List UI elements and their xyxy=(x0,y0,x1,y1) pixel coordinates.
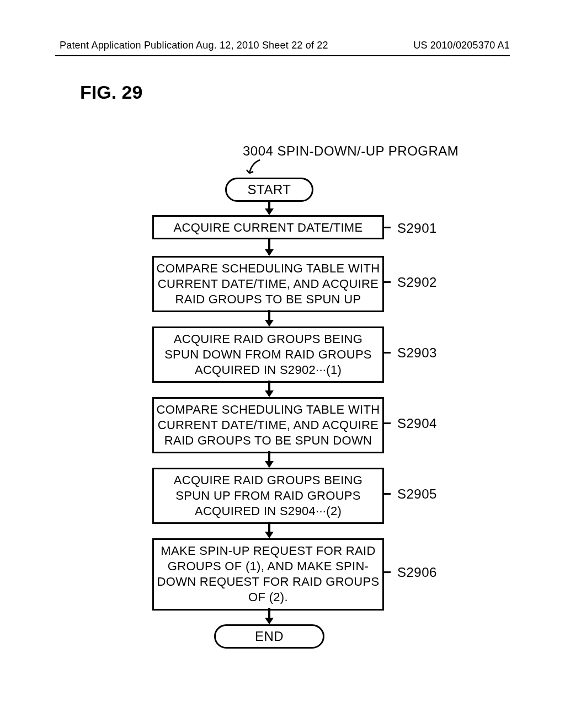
step-text: ACQUIRE RAID GROUPS BEING SPUN DOWN FROM… xyxy=(164,332,372,377)
label-tick xyxy=(384,422,391,424)
arrow-icon xyxy=(268,608,270,623)
step-label-s2904: S2904 xyxy=(397,416,437,431)
step-text: MAKE SPIN-UP REQUEST FOR RAID GROUPS OF … xyxy=(157,544,380,604)
header-left: Patent Application Publication xyxy=(60,40,194,51)
step-s2904: COMPARE SCHEDULING TABLE WITH CURRENT DA… xyxy=(152,397,384,453)
label-tick xyxy=(384,352,391,354)
lead-arrow-icon xyxy=(246,159,263,175)
end-label: END xyxy=(255,629,284,644)
header-right: US 2010/0205370 A1 xyxy=(413,40,510,51)
step-text: ACQUIRE RAID GROUPS BEING SPUN UP FROM R… xyxy=(174,473,363,518)
step-s2901: ACQUIRE CURRENT DATE/TIME xyxy=(152,215,384,239)
step-label-s2906: S2906 xyxy=(397,565,437,580)
arrow-icon xyxy=(268,310,270,325)
step-text: COMPARE SCHEDULING TABLE WITH CURRENT DA… xyxy=(157,403,380,447)
label-tick xyxy=(384,281,391,283)
step-s2905: ACQUIRE RAID GROUPS BEING SPUN UP FROM R… xyxy=(152,468,384,524)
step-label-s2902: S2902 xyxy=(397,275,437,290)
start-terminator: START xyxy=(225,178,313,202)
figure-label: FIG. 29 xyxy=(80,82,142,103)
label-tick xyxy=(384,493,391,495)
arrow-icon xyxy=(268,381,270,396)
arrow-icon xyxy=(268,522,270,537)
step-s2906: MAKE SPIN-UP REQUEST FOR RAID GROUPS OF … xyxy=(152,538,384,611)
arrow-icon xyxy=(268,202,270,214)
header-mid: Aug. 12, 2010 Sheet 22 of 22 xyxy=(196,40,328,51)
step-label-s2901: S2901 xyxy=(397,221,437,236)
end-terminator: END xyxy=(214,624,324,649)
program-caption: 3004 SPIN-DOWN/-UP PROGRAM xyxy=(243,143,459,159)
label-tick xyxy=(384,227,391,228)
step-label-s2903: S2903 xyxy=(397,345,437,361)
header-rule xyxy=(55,55,510,56)
step-text: COMPARE SCHEDULING TABLE WITH CURRENT DA… xyxy=(157,261,380,306)
arrow-icon xyxy=(268,451,270,467)
label-tick xyxy=(384,571,391,573)
step-s2902: COMPARE SCHEDULING TABLE WITH CURRENT DA… xyxy=(152,256,384,312)
arrow-icon xyxy=(268,239,270,255)
start-label: START xyxy=(248,182,291,197)
step-text: ACQUIRE CURRENT DATE/TIME xyxy=(174,221,363,234)
step-label-s2905: S2905 xyxy=(397,486,437,502)
step-s2903: ACQUIRE RAID GROUPS BEING SPUN DOWN FROM… xyxy=(152,326,384,383)
